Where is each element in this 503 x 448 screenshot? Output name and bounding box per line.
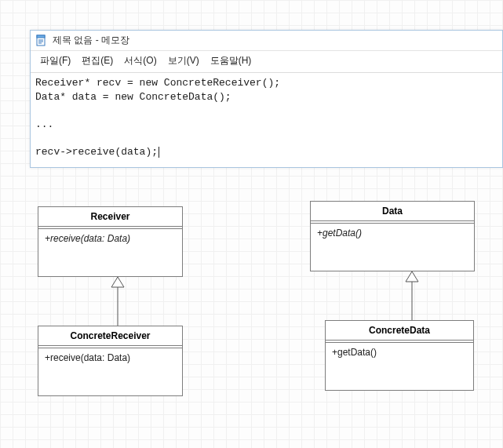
- menu-view[interactable]: 보기(V): [163, 53, 204, 69]
- class-method: +receive(data: Data): [38, 229, 182, 260]
- svg-marker-6: [111, 277, 124, 287]
- notepad-icon: [35, 35, 48, 47]
- menu-help[interactable]: 도움말(H): [206, 53, 257, 69]
- generalization-arrow: [94, 276, 141, 326]
- class-name: Data: [311, 202, 474, 221]
- menu-edit[interactable]: 편집(E): [77, 53, 118, 69]
- code-line: Data* data = new ConcreteData();: [35, 91, 231, 103]
- titlebar[interactable]: 제목 없음 - 메모장: [31, 31, 502, 51]
- uml-class-concrete-receiver: ConcreteReceiver +receive(data: Data): [38, 326, 183, 396]
- class-name: ConcreteData: [326, 321, 473, 341]
- class-name: Receiver: [38, 207, 182, 227]
- uml-class-data: Data +getData(): [310, 201, 475, 271]
- text-caret: [159, 147, 159, 158]
- code-line: ...: [35, 118, 53, 130]
- code-line: Receiver* recv = new ConcreteReceiver();: [35, 77, 280, 89]
- svg-marker-8: [406, 271, 418, 282]
- menu-format[interactable]: 서식(O): [119, 53, 161, 69]
- uml-class-concrete-data: ConcreteData +getData(): [325, 320, 474, 391]
- class-method: +getData(): [326, 343, 473, 374]
- window-title: 제목 없음 - 메모장: [53, 34, 129, 47]
- menu-file[interactable]: 파일(F): [35, 53, 75, 69]
- svg-rect-1: [37, 35, 45, 38]
- menubar: 파일(F) 편집(E) 서식(O) 보기(V) 도움말(H): [31, 51, 502, 73]
- generalization-arrow: [388, 271, 436, 321]
- class-method: +getData(): [311, 224, 474, 255]
- notepad-window: 제목 없음 - 메모장 파일(F) 편집(E) 서식(O) 보기(V) 도움말(…: [30, 30, 503, 168]
- uml-class-receiver: Receiver +receive(data: Data): [38, 206, 183, 277]
- editor-area[interactable]: Receiver* recv = new ConcreteReceiver();…: [31, 73, 502, 167]
- code-line: recv->receive(data);: [35, 146, 158, 158]
- class-method: +receive(data: Data): [38, 348, 182, 380]
- class-name: ConcreteReceiver: [38, 326, 182, 346]
